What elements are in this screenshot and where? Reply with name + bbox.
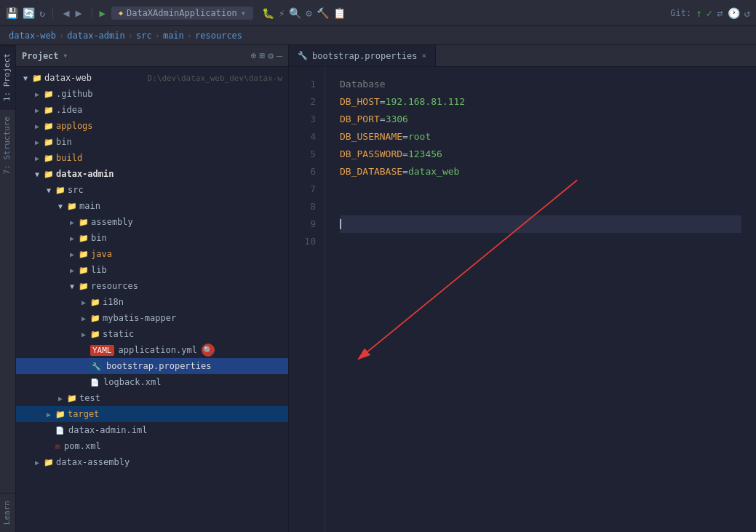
tree-github[interactable]: ▶ 📁 .github [16,86,288,102]
run-icon[interactable]: ▶ [100,7,106,19]
tree-logback[interactable]: ▶ 📄 logback.xml [16,374,288,390]
git-merge-icon[interactable]: ⇄ [717,7,723,19]
assembly-root-label: datax-assembly [56,457,282,467]
line3-eq: = [380,111,386,128]
tasks-icon[interactable]: 📋 [333,7,346,19]
breadcrumb-resources[interactable]: resources [195,31,242,41]
lib-icon: 📁 [79,266,89,275]
code-line-10 [340,233,741,250]
build-icon[interactable]: 🔨 [317,7,329,19]
line1-text: Database [340,76,386,93]
tree-main-bin[interactable]: ▶ 📁 bin [16,230,288,246]
code-line-6: DB_DATABASE=datax_web [340,163,741,180]
applogs-label: applogs [56,121,282,131]
tree-bin[interactable]: ▶ 📁 bin [16,134,288,150]
panel-minimize-icon[interactable]: — [276,50,282,61]
tree-bootstrap-props[interactable]: ▶ 🔧 bootstrap.properties [16,358,288,374]
test-icon: 📁 [67,394,77,403]
tab-structure[interactable]: 7: Structure [0,108,15,181]
static-icon: 📁 [90,330,100,339]
tab-label: bootstrap.properties [312,51,418,61]
code-line-9 [340,215,741,233]
pom-label: pom.xml [64,441,282,451]
panel-locate-icon[interactable]: ⊕ [251,50,257,61]
panel-dropdown-icon[interactable]: ▾ [63,51,68,60]
breadcrumb-main[interactable]: main [163,31,184,41]
tree-applogs[interactable]: ▶ 📁 applogs [16,118,288,134]
undo-icon[interactable]: ↺ [744,7,750,19]
save-icon[interactable]: 💾 [6,7,18,19]
nav-buttons: ◀ ▶ [60,5,84,21]
more-run-icon[interactable]: ⚙ [306,7,311,19]
tree-pom[interactable]: ▶ m pom.xml [16,438,288,454]
editor-area: 🔧 bootstrap.properties × 1 2 3 4 5 6 7 8… [289,45,756,532]
tree-build[interactable]: ▶ 📁 build [16,150,288,166]
tree-i18n[interactable]: ▶ 📁 i18n [16,294,288,310]
tree-resources[interactable]: ▼ 📁 resources [16,278,288,294]
tree-application-yml[interactable]: ▶ YAML application.yml 🔍 [16,342,288,358]
reload-icon[interactable]: 🔄 [23,7,35,19]
line4-val: root [408,128,431,146]
src-icon: 📁 [55,186,65,195]
breadcrumb-datax-web[interactable]: datax-web [9,31,56,41]
panel-title: Project [22,51,59,61]
tree-datax-assembly[interactable]: ▶ 📁 datax-assembly [16,454,288,470]
line6-eq: = [402,163,408,180]
line-numbers: 1 2 3 4 5 6 7 8 9 10 [289,67,325,532]
target-arrow: ▶ [44,410,53,418]
debug-icon[interactable]: 🐛 [262,7,274,19]
ln-4: 4 [289,128,325,146]
tree-iml[interactable]: ▶ 📄 datax-admin.iml [16,422,288,438]
java-icon: 📁 [79,250,89,259]
bc-sep-4: › [187,31,192,41]
code-content[interactable]: Database DB_HOST=192.168.81.112 DB_PORT=… [325,67,756,532]
tab-close-btn[interactable]: × [422,51,427,60]
tab-learn[interactable]: Learn [0,493,15,532]
tree-java[interactable]: ▶ 📁 java [16,246,288,262]
tab-bootstrap-props[interactable]: 🔧 bootstrap.properties × [289,45,436,66]
datax-admin-icon: 📁 [44,170,54,179]
breadcrumb-datax-admin[interactable]: datax-admin [67,31,124,41]
profile-icon[interactable]: ⚡ [279,7,285,19]
idea-arrow: ▶ [33,106,41,114]
mybatis-arrow: ▶ [79,314,88,322]
tree-src[interactable]: ▼ 📁 src [16,182,288,198]
tree-test[interactable]: ▶ 📁 test [16,390,288,406]
app-dropdown-icon[interactable]: ▾ [241,8,246,18]
bin-icon: 📁 [44,138,54,147]
app-name-label: DataXAdminApplication [127,8,237,18]
git-check-icon[interactable]: ✓ [707,7,712,19]
main-arrow: ▼ [56,202,65,210]
tree-lib[interactable]: ▶ 📁 lib [16,262,288,278]
forward-button[interactable]: ▶ [73,5,84,21]
line4-eq: = [402,128,408,146]
text-cursor [340,219,341,229]
panel-layout-icon[interactable]: ⊞ [260,50,266,61]
tree-target[interactable]: ▶ 📁 target [16,406,288,422]
tree-idea[interactable]: ▶ 📁 .idea [16,102,288,118]
bc-sep-2: › [128,31,133,41]
history-icon[interactable]: 🕐 [728,7,740,19]
lib-label: lib [91,265,282,275]
tab-project[interactable]: 1: Project [0,45,15,108]
git-push-icon[interactable]: ↑ [696,7,701,19]
tree-root[interactable]: ▼ 📁 datax-web D:\dev\datax_web_dev\datax… [16,70,288,86]
tree-datax-admin[interactable]: ▼ 📁 datax-admin [16,166,288,182]
tree-static[interactable]: ▶ 📁 static [16,326,288,342]
yml-icon: YAML [90,345,114,356]
tree-main[interactable]: ▼ 📁 main [16,198,288,214]
back-button[interactable]: ◀ [60,5,71,21]
bin-arrow: ▶ [33,138,41,146]
coverage-icon[interactable]: 🔍 [289,7,301,19]
ln-6: 6 [289,163,325,180]
breadcrumb-src[interactable]: src [136,31,152,41]
refresh-icon[interactable]: ↻ [39,7,45,19]
code-line-7 [340,180,741,198]
panel-settings-icon[interactable]: ⚙ [268,50,274,61]
static-label: static [103,329,282,339]
tree-assembly[interactable]: ▶ 📁 assembly [16,214,288,230]
app-name-badge[interactable]: ◆ DataXAdminApplication ▾ [111,7,253,20]
target-icon: 📁 [55,410,65,419]
resources-label: resources [91,281,282,291]
tree-mybatis[interactable]: ▶ 📁 mybatis-mapper [16,310,288,326]
